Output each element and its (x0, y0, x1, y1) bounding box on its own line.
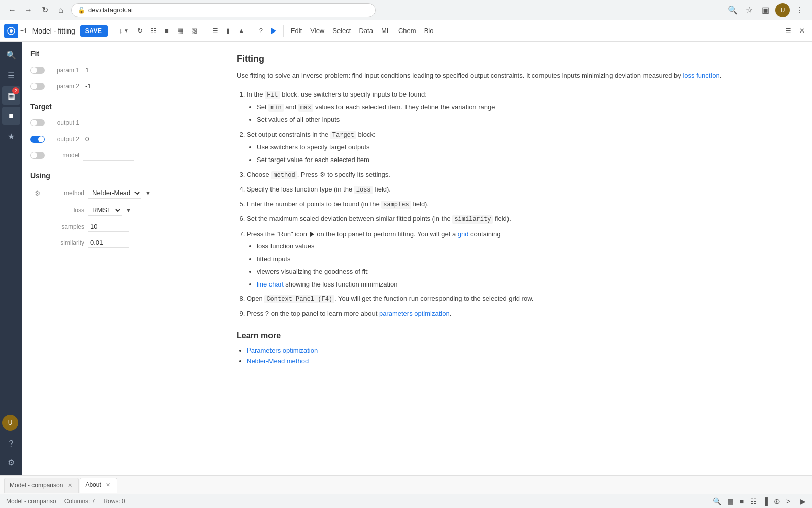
sidebar-item-search[interactable]: 🔍 (2, 46, 20, 64)
search-nav-icon: 🔍 (6, 50, 16, 60)
model-toggle[interactable] (30, 152, 45, 159)
instruction-2: Set output constraints in the Target blo… (247, 130, 796, 166)
nelder-mead-learn-link[interactable]: Nelder-Mead method (247, 357, 309, 365)
help-button[interactable]: ? (256, 24, 266, 38)
view-menu[interactable]: View (307, 24, 327, 38)
list-view-button[interactable]: ☰ (209, 24, 221, 38)
search-icon[interactable]: 🔍 (727, 4, 739, 16)
status-layout-icon[interactable]: ▦ (727, 497, 734, 505)
status-terminal-icon[interactable]: >_ (786, 497, 794, 505)
param-2-input[interactable] (83, 81, 134, 91)
status-sync-icon[interactable]: ⊛ (774, 497, 780, 505)
loss-code: loss (354, 186, 373, 194)
run-icon (271, 28, 276, 34)
chem-menu[interactable]: Chem (395, 24, 419, 38)
status-filter-icon[interactable]: ☷ (750, 497, 757, 505)
run-button[interactable] (268, 24, 279, 38)
ml-menu[interactable]: ML (378, 24, 393, 38)
extensions-icon[interactable]: ▣ (759, 4, 771, 16)
refresh-button[interactable]: ↻ (134, 24, 146, 38)
fitting-description: Use fitting to solve an inverse problem:… (236, 71, 796, 81)
instruction-2-subs: Use switchers to specify target outputs … (247, 142, 796, 166)
param-1-label: param 1 (49, 67, 79, 74)
sidebar-item-views[interactable]: ■ (2, 107, 20, 125)
sidebar-toggle-button[interactable]: ☰ (782, 24, 794, 38)
sidebar-bottom: U ? ⚙ (2, 415, 20, 471)
tab-model-comparison[interactable]: Model - comparison ✕ (4, 478, 79, 493)
filter-button[interactable]: ☷ (148, 24, 160, 38)
loss-select[interactable]: RMSE (88, 205, 122, 216)
grid-view-3-button[interactable]: ▧ (188, 24, 200, 38)
instructions-list: In the Fit block, use switchers to speci… (236, 89, 796, 320)
tab-model-comparison-close[interactable]: ✕ (66, 482, 73, 489)
tab-about[interactable]: About ✕ (80, 478, 117, 493)
status-bar: Model - compariso Columns: 7 Rows: 0 🔍 ▦… (0, 494, 812, 508)
home-button[interactable]: ⌂ (55, 4, 67, 16)
status-icons: 🔍 ▦ ■ ☷ ▐ ⊛ >_ ▶ (713, 497, 806, 505)
profile-icon[interactable]: U (775, 3, 790, 17)
instruction-1-sub-1: Set min and max values for each selected… (257, 102, 796, 113)
output-2-input[interactable] (83, 134, 134, 144)
param-1-input[interactable] (83, 65, 134, 75)
similarity-input[interactable] (88, 238, 129, 248)
status-columns-icon[interactable]: ▐ (763, 497, 768, 505)
url-bar[interactable]: 🔓 dev.datagrok.ai (71, 3, 376, 17)
close-panel-button[interactable]: ✕ (796, 24, 808, 38)
left-panel: Fit param 1 param 2 Target output 1 outp… (22, 42, 220, 475)
bio-menu[interactable]: Bio (421, 24, 437, 38)
instruction-7-sub-1: loss function values (257, 241, 796, 252)
sidebar-item-avatar[interactable]: U (2, 415, 18, 431)
select-menu[interactable]: Select (329, 24, 354, 38)
star-icon[interactable]: ☆ (743, 4, 755, 16)
params-optimization-learn-link[interactable]: Parameters optimization (247, 346, 318, 354)
reload-button[interactable]: ↻ (39, 4, 51, 16)
toolbar-separator-2 (205, 25, 205, 37)
save-button[interactable]: SAVE (80, 25, 108, 37)
fit-section-title: Fit (22, 42, 220, 62)
plus-one-badge[interactable]: +1 (20, 27, 27, 35)
tab-about-close[interactable]: ✕ (105, 481, 112, 488)
toolbar-separator-4 (283, 25, 284, 37)
sidebar-item-help[interactable]: ? (2, 435, 20, 453)
right-panel: Fitting Use fitting to solve an inverse … (220, 42, 812, 475)
chart-view-button[interactable]: ▲ (235, 24, 248, 38)
method-select[interactable]: Nelder-Mead (88, 187, 141, 199)
bottom-tabs: Model - comparison ✕ About ✕ (0, 475, 812, 494)
learn-item-1: Parameters optimization (247, 346, 796, 354)
back-button[interactable]: ← (6, 4, 18, 16)
sidebar-item-browse[interactable]: ☰ (2, 66, 20, 84)
sidebar-item-settings[interactable]: ⚙ (2, 453, 20, 471)
output-1-toggle[interactable] (30, 119, 45, 126)
sidebar-item-data[interactable]: ▦ 2 (2, 86, 20, 105)
sidebar-item-favorites[interactable]: ★ (2, 127, 20, 145)
samples-input[interactable] (88, 221, 129, 232)
data-menu[interactable]: Data (356, 24, 376, 38)
output-1-input[interactable] (83, 118, 134, 128)
browse-icon: ☰ (8, 71, 15, 80)
menu-icon[interactable]: ⋮ (794, 4, 806, 16)
download-button[interactable]: ↓ ▼ (116, 24, 132, 38)
output-2-toggle[interactable] (30, 136, 45, 143)
params-optimization-link[interactable]: parameters optimization (379, 310, 450, 318)
param-2-toggle[interactable] (30, 83, 45, 90)
grid-link[interactable]: grid (458, 230, 469, 238)
grid-view-2-button[interactable]: ▦ (174, 24, 186, 38)
similarity-row: similarity (22, 235, 220, 251)
bar-view-button[interactable]: ▮ (223, 24, 233, 38)
status-columns: Columns: 7 (64, 498, 95, 505)
app-logo[interactable] (4, 24, 18, 38)
learn-more-title: Learn more (236, 331, 796, 340)
status-expand-icon[interactable]: ▶ (800, 497, 806, 505)
forward-button[interactable]: → (22, 4, 35, 16)
grid-view-1-button[interactable]: ■ (162, 24, 172, 38)
edit-menu[interactable]: Edit (288, 24, 305, 38)
model-input[interactable] (83, 150, 134, 161)
url-shield-icon: 🔓 (78, 7, 85, 14)
param-1-toggle[interactable] (30, 67, 45, 74)
status-table-icon[interactable]: ■ (740, 497, 744, 505)
gear-icon[interactable]: ⚙ (30, 186, 45, 200)
loss-function-link[interactable]: loss function (683, 72, 719, 79)
status-search-icon[interactable]: 🔍 (713, 497, 721, 505)
target-section-title: Target (22, 94, 220, 115)
line-chart-link[interactable]: line chart (257, 280, 284, 288)
